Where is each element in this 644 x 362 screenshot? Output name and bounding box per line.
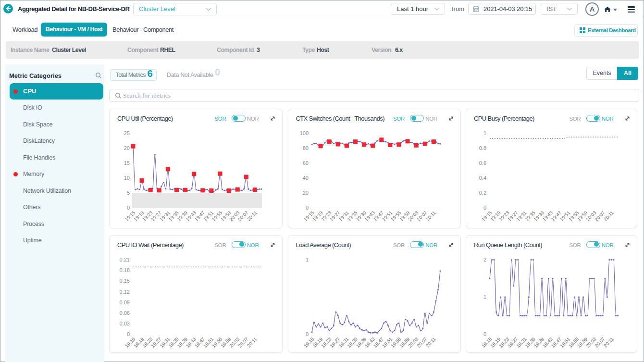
svg-text:1: 1 bbox=[305, 257, 308, 262]
svg-text:0.03: 0.03 bbox=[120, 321, 130, 326]
svg-text:0.12: 0.12 bbox=[120, 288, 130, 294]
svg-text:0.2: 0.2 bbox=[479, 190, 486, 196]
svg-text:5: 5 bbox=[127, 190, 130, 196]
svg-text:25: 25 bbox=[124, 130, 130, 136]
svg-text:0.4: 0.4 bbox=[479, 175, 486, 181]
svg-text:20:11: 20:11 bbox=[603, 210, 615, 222]
svg-text:20:11: 20:11 bbox=[424, 336, 436, 348]
svg-text:20: 20 bbox=[124, 145, 130, 151]
svg-text:10: 10 bbox=[124, 175, 130, 181]
svg-text:0.09: 0.09 bbox=[120, 299, 130, 305]
svg-text:0.18: 0.18 bbox=[120, 267, 130, 273]
svg-text:20: 20 bbox=[302, 190, 308, 196]
svg-text:0.6: 0.6 bbox=[479, 160, 486, 166]
svg-text:20:11: 20:11 bbox=[246, 210, 258, 222]
svg-text:0.8: 0.8 bbox=[479, 145, 486, 151]
svg-text:20:11: 20:11 bbox=[246, 336, 258, 348]
svg-text:20:11: 20:11 bbox=[603, 336, 615, 348]
svg-text:60: 60 bbox=[302, 160, 308, 166]
svg-text:40: 40 bbox=[302, 175, 308, 181]
svg-text:0: 0 bbox=[305, 205, 308, 211]
svg-text:0: 0 bbox=[127, 331, 130, 337]
svg-text:0: 0 bbox=[305, 331, 308, 337]
svg-text:1: 1 bbox=[483, 130, 486, 136]
svg-text:0: 0 bbox=[483, 205, 486, 211]
svg-text:15: 15 bbox=[124, 160, 130, 166]
svg-text:0: 0 bbox=[127, 205, 130, 211]
svg-text:0: 0 bbox=[483, 331, 486, 337]
svg-text:0.15: 0.15 bbox=[120, 278, 130, 284]
svg-text:0.06: 0.06 bbox=[120, 310, 130, 315]
svg-text:80: 80 bbox=[302, 145, 308, 151]
svg-text:1: 1 bbox=[483, 294, 486, 300]
svg-text:2: 2 bbox=[483, 257, 486, 262]
svg-text:100: 100 bbox=[299, 130, 308, 136]
svg-text:0.21: 0.21 bbox=[120, 257, 130, 262]
svg-text:20:11: 20:11 bbox=[424, 210, 436, 222]
